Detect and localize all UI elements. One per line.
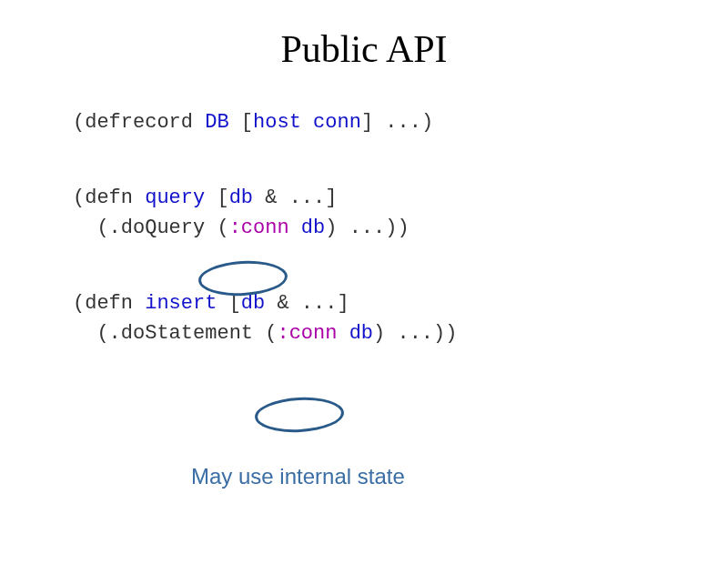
keyword-conn: :conn [229, 217, 289, 239]
bracket-open: [ [217, 292, 240, 315]
space [289, 217, 301, 239]
record-name: DB [205, 111, 228, 134]
space [133, 186, 145, 209]
keyword-defrecord: defrecord [85, 111, 193, 134]
rest-args: & ...] [253, 186, 337, 209]
slide-container: Public API (defrecord DB [host conn] ...… [0, 0, 728, 421]
param-db: db [229, 186, 253, 209]
close: ] ...) [361, 111, 433, 134]
paren-open: ( [73, 186, 85, 209]
keyword-conn: :conn [277, 322, 337, 345]
space [133, 292, 145, 315]
space [337, 322, 349, 345]
bracket-open: [ [205, 186, 228, 209]
param-db: db [349, 322, 373, 345]
param-db: db [301, 217, 325, 239]
space [193, 111, 205, 134]
close: ) ...)) [373, 322, 457, 345]
space [301, 111, 313, 134]
method-call: (.doStatement ( [73, 322, 277, 345]
fn-name-query: query [145, 186, 205, 209]
slide-title: Public API [73, 27, 655, 71]
code-insert: (defn insert [db & ...] (.doStatement (:… [73, 288, 655, 348]
method-call: (.doQuery ( [73, 217, 229, 239]
code-query: (defn query [db & ...] (.doQuery (:conn … [73, 183, 655, 243]
rest-args: & ...] [265, 292, 349, 315]
param-db: db [241, 292, 265, 315]
keyword-defn: defn [85, 186, 133, 209]
close: ) ...)) [325, 217, 409, 239]
keyword-defn: defn [85, 292, 133, 315]
handwritten-annotation: May use internal state [191, 464, 405, 489]
param-conn: conn [313, 111, 361, 134]
bracket-open: [ [229, 111, 253, 134]
paren-open: ( [73, 111, 85, 134]
fn-name-insert: insert [145, 292, 217, 315]
param-host: host [253, 111, 301, 134]
paren-open: ( [73, 292, 85, 315]
code-defrecord: (defrecord DB [host conn] ...) [73, 107, 655, 137]
